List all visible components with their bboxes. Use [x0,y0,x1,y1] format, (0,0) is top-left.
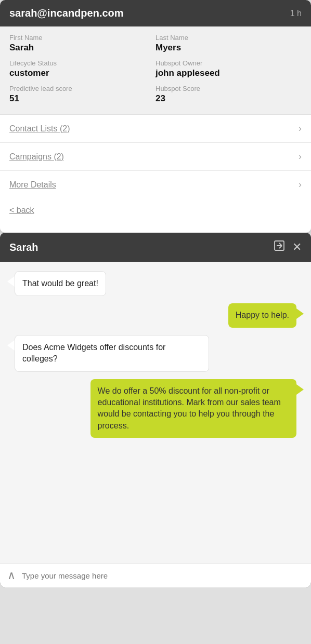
back-link-container: < back [0,198,311,223]
contact-card: sarah@incandpen.com 1 h First Name Sarah… [0,0,311,233]
lead-score-cell: Predictive lead score 51 [9,85,156,104]
header-time: 1 h [290,9,302,18]
last-name-value: Myers [156,43,302,53]
export-icon[interactable] [274,240,285,254]
chat-section: Sarah ✕ That would be great! Happy to [0,233,311,587]
more-details-chevron: › [299,179,302,190]
last-name-label: Last Name [156,34,302,42]
message-3-text: Does Acme Widgets offer discounts for co… [15,335,209,372]
incoming-pointer-3 [7,340,15,351]
incoming-pointer-1 [7,276,15,287]
lead-score-value: 51 [9,93,156,104]
contact-lists-item[interactable]: Contact Lists (2) › [0,115,311,143]
lead-score-label: Predictive lead score [9,85,156,92]
message-input[interactable] [22,571,304,580]
chat-header: Sarah ✕ [0,233,311,262]
contact-lists-label: Contact Lists (2) [9,124,70,133]
menu-items: Contact Lists (2) › Campaigns (2) › More… [0,114,311,198]
campaigns-item[interactable]: Campaigns (2) › [0,143,311,171]
message-2: Happy to help. [228,303,304,327]
chat-input-area: ∧ [0,563,311,587]
more-details-label: More Details [9,180,56,190]
contact-lists-chevron: › [299,123,302,134]
close-icon[interactable]: ✕ [292,240,302,254]
chat-header-icons: ✕ [274,240,302,254]
message-4-wrapper: We do offer a 50% discount for all non-p… [7,379,304,438]
first-name-cell: First Name Sarah [9,34,156,53]
message-1-text: That would be great! [15,271,106,296]
chat-contact-name: Sarah [9,242,38,253]
bubble-pointer-container [0,223,311,233]
lifecycle-status-cell: Lifecycle Status customer [9,59,156,78]
hubspot-score-label: Hubspot Score [156,85,302,92]
last-name-cell: Last Name Myers [156,34,302,53]
message-2-wrapper: Happy to help. [7,303,304,327]
message-2-text: Happy to help. [228,303,296,327]
hubspot-score-value: 23 [156,93,302,104]
hubspot-owner-cell: Hubspot Owner john appleseed [156,59,302,78]
card-header: sarah@incandpen.com 1 h [0,0,311,26]
more-details-item[interactable]: More Details › [0,171,311,198]
message-4: We do offer a 50% discount for all non-p… [90,379,304,438]
info-row-scores: Predictive lead score 51 Hubspot Score 2… [9,85,302,104]
back-button[interactable]: < back [9,206,34,214]
hubspot-owner-label: Hubspot Owner [156,59,302,67]
info-row-name: First Name Sarah Last Name Myers [9,34,302,53]
first-name-value: Sarah [9,43,156,53]
lifecycle-label: Lifecycle Status [9,59,156,67]
contact-info: First Name Sarah Last Name Myers Lifecyc… [0,26,311,114]
message-3: Does Acme Widgets offer discounts for co… [7,335,209,372]
expand-button[interactable]: ∧ [7,569,16,582]
contact-email: sarah@incandpen.com [9,7,124,19]
chat-body: That would be great! Happy to help. Does… [0,262,311,563]
first-name-label: First Name [9,34,156,42]
lifecycle-value: customer [9,68,156,78]
bubble-pointer-triangle [148,223,163,233]
outgoing-pointer-4 [296,384,304,395]
outgoing-pointer-2 [296,308,304,319]
message-1: That would be great! [7,271,209,296]
campaigns-chevron: › [299,151,302,162]
campaigns-label: Campaigns (2) [9,152,64,162]
expand-icon: ∧ [7,569,16,582]
hubspot-owner-value: john appleseed [156,68,302,78]
hubspot-score-cell: Hubspot Score 23 [156,85,302,104]
message-4-text: We do offer a 50% discount for all non-p… [90,379,296,438]
info-row-status: Lifecycle Status customer Hubspot Owner … [9,59,302,78]
